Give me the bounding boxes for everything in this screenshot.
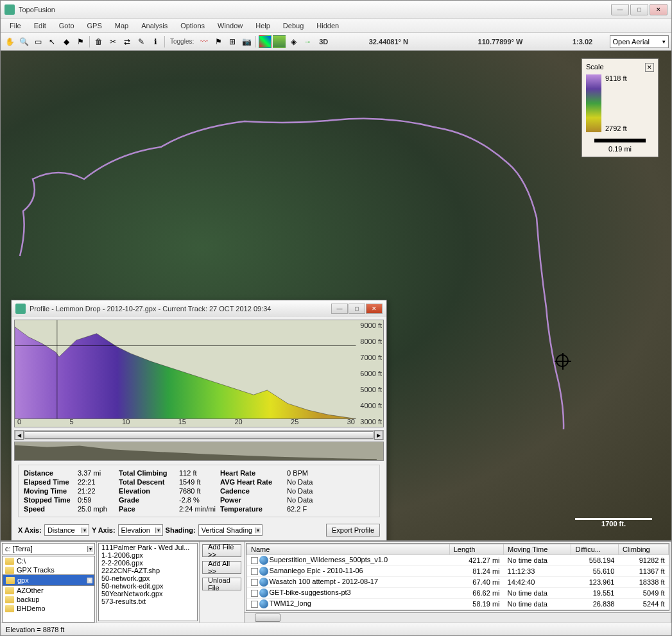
track-table[interactable]: Name Length Moving Time Difficu... Climb…: [246, 543, 669, 611]
marker-icon[interactable]: ◆: [60, 35, 73, 48]
scroll-right-icon[interactable]: ▶: [374, 431, 383, 440]
profile-close-button[interactable]: ✕: [366, 304, 383, 314]
menu-file[interactable]: File: [3, 21, 28, 31]
file-item[interactable]: 2222CNF-AZT.shp: [99, 567, 197, 574]
toggle-track-icon[interactable]: 〰: [198, 35, 211, 48]
menu-analysis[interactable]: Analysis: [135, 21, 174, 31]
file-item[interactable]: 573-results.txt: [99, 597, 197, 605]
app-title: TopoFusion: [19, 6, 611, 13]
x-axis-select[interactable]: Distance: [44, 524, 89, 536]
overview-chart[interactable]: [14, 442, 384, 461]
globe-icon: [259, 578, 268, 587]
flag-icon[interactable]: ⚑: [74, 35, 87, 48]
col-name[interactable]: Name: [247, 544, 450, 555]
zoom-tool-icon[interactable]: 🔍: [17, 35, 30, 48]
statusbar: Elevation = 8878 ft: [1, 623, 671, 635]
draw-icon[interactable]: ✎: [135, 35, 148, 48]
file-item[interactable]: 50YearNetwork.gpx: [99, 590, 197, 597]
folder-item[interactable]: BHDemo: [3, 604, 94, 613]
scale-ratio: 1:3.02: [557, 38, 608, 46]
menu-hidden[interactable]: Hidden: [310, 21, 345, 31]
profile-minimize-button[interactable]: —: [331, 304, 348, 314]
folder-item[interactable]: C:\: [3, 556, 94, 565]
file-list[interactable]: 111Palmer Park - Wed Jul...1-1-2006.gpx2…: [98, 543, 198, 621]
arrow-icon[interactable]: →: [301, 35, 314, 48]
scroll-thumb[interactable]: [24, 431, 374, 439]
folder-item[interactable]: GPX Tracks: [3, 565, 94, 574]
chart-scrollbar[interactable]: ◀ ▶: [14, 430, 384, 440]
menu-gps[interactable]: GPS: [81, 21, 108, 31]
menu-debug[interactable]: Debug: [277, 21, 310, 31]
gradient-icon[interactable]: [259, 35, 271, 48]
select-rect-icon[interactable]: ▭: [31, 35, 44, 48]
chart-y-axis: 9000 ft8000 ft7000 ft6000 ft5000 ft4000 …: [360, 320, 382, 427]
table-row[interactable]: Samaniego Epic - 2010-11-0681.24 mi11:12…: [247, 566, 669, 577]
cut-icon[interactable]: ✂: [107, 35, 119, 48]
col-moving-time[interactable]: Moving Time: [504, 544, 571, 555]
file-item[interactable]: 50-network-edit.gpx: [99, 582, 197, 590]
drive-select[interactable]: c: [Terra]: [2, 543, 95, 554]
row-checkbox[interactable]: [251, 601, 258, 608]
profile-window[interactable]: Profile - Lemmon Drop - 2012-10-27.gpx -…: [11, 300, 387, 540]
add-file-button[interactable]: Add File >>: [202, 544, 241, 557]
maximize-button[interactable]: □: [630, 4, 648, 15]
terrain-icon[interactable]: [273, 35, 286, 48]
file-item[interactable]: 2-2-2006.gpx: [99, 559, 197, 567]
titlebar[interactable]: TopoFusion — □ ✕: [1, 1, 671, 19]
toggle-grid-icon[interactable]: ⊞: [226, 35, 239, 48]
file-item[interactable]: 111Palmer Park - Wed Jul...: [99, 544, 197, 551]
row-checkbox[interactable]: [251, 579, 258, 586]
pointer-icon[interactable]: ↖: [46, 35, 58, 48]
table-row[interactable]: Superstition_Wilderness_500pts_v1.0421.2…: [247, 555, 669, 566]
row-checkbox[interactable]: [251, 590, 258, 597]
globe-icon: [259, 599, 268, 608]
col-climbing[interactable]: Climbing: [618, 544, 668, 555]
profile-titlebar[interactable]: Profile - Lemmon Drop - 2012-10-27.gpx -…: [12, 300, 386, 317]
menu-edit[interactable]: Edit: [28, 21, 53, 31]
folder-item[interactable]: gpx: [3, 574, 94, 586]
table-row[interactable]: TWM12_long58.19 miNo time data26.8385244…: [247, 599, 669, 610]
menu-map[interactable]: Map: [108, 21, 135, 31]
folder-item[interactable]: backup: [3, 595, 94, 604]
toggle-photo-icon[interactable]: 📷: [240, 35, 253, 48]
unload-file-button[interactable]: Unload File: [202, 578, 241, 590]
profile-maximize-button[interactable]: □: [349, 304, 365, 314]
export-profile-button[interactable]: Export Profile: [326, 524, 380, 537]
file-item[interactable]: 50-network.gpx: [99, 574, 197, 582]
file-item[interactable]: 1-1-2006.gpx: [99, 551, 197, 559]
track-scrollbar[interactable]: [245, 612, 671, 623]
menu-help[interactable]: Help: [249, 21, 277, 31]
row-checkbox[interactable]: [251, 568, 258, 575]
hand-tool-icon[interactable]: ✋: [3, 35, 16, 48]
menu-window[interactable]: Window: [211, 21, 249, 31]
elevation-chart[interactable]: 9000 ft8000 ft7000 ft6000 ft5000 ft4000 …: [14, 320, 384, 427]
info-icon[interactable]: ℹ: [149, 35, 162, 48]
merge-icon[interactable]: ⇄: [121, 35, 134, 48]
elevation-scale-panel[interactable]: Scale ✕ 9118 ft 2792 ft 0.19 mi: [582, 58, 659, 157]
y-axis-select[interactable]: Elevation: [118, 524, 163, 536]
3d-button[interactable]: 3D: [315, 38, 332, 46]
delete-icon[interactable]: 🗑: [92, 35, 105, 48]
folder-tree[interactable]: C:\GPX TracksgpxAZOtherbackupBHDemo: [2, 556, 95, 623]
menu-options[interactable]: Options: [174, 21, 211, 31]
col-difficulty[interactable]: Difficu...: [571, 544, 618, 555]
folder-item[interactable]: AZOther: [3, 586, 94, 595]
shading-select[interactable]: Vertical Shading: [198, 524, 263, 536]
add-all-button[interactable]: Add All >>: [202, 561, 241, 574]
folder-icon: [6, 577, 15, 584]
toggle-waypoint-icon[interactable]: ⚑: [212, 35, 225, 48]
minimize-button[interactable]: —: [611, 4, 629, 15]
col-length[interactable]: Length: [449, 544, 503, 555]
scale-max: 9118 ft: [605, 74, 654, 82]
scale-panel-close-icon[interactable]: ✕: [645, 63, 654, 72]
table-row[interactable]: GET-bike-suggestions-pt366.62 miNo time …: [247, 588, 669, 599]
row-checkbox[interactable]: [251, 557, 258, 564]
map-viewport[interactable]: 1700 ft. Scale ✕ 9118 ft 2792 ft 0.19 mi…: [1, 51, 671, 540]
scroll-left-icon[interactable]: ◀: [15, 431, 24, 440]
close-button[interactable]: ✕: [650, 4, 668, 15]
table-row[interactable]: Wasatch 100 attempt - 2012-08-1767.40 mi…: [247, 577, 669, 588]
layer-dropdown[interactable]: Open Aerial: [610, 35, 669, 48]
globe-icon: [259, 567, 268, 576]
menu-goto[interactable]: Goto: [53, 21, 81, 31]
layer-icon[interactable]: ◈: [287, 35, 300, 48]
